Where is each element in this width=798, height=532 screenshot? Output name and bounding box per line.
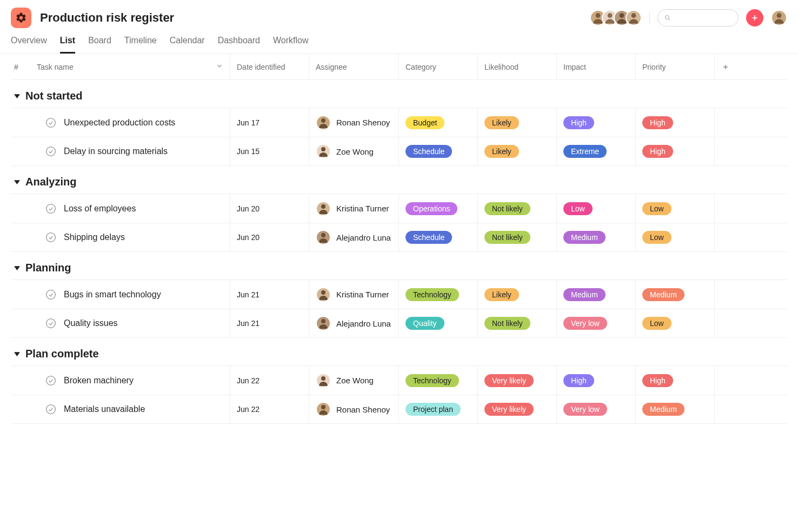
project-icon[interactable] bbox=[11, 8, 31, 28]
priority-cell[interactable]: High bbox=[636, 137, 715, 165]
pill[interactable]: Medium bbox=[642, 403, 684, 416]
pill[interactable]: High bbox=[642, 145, 673, 158]
likelihood-cell[interactable]: Likely bbox=[478, 280, 557, 309]
pill[interactable]: Schedule bbox=[405, 231, 452, 244]
likelihood-cell[interactable]: Very likely bbox=[478, 366, 557, 395]
priority-cell[interactable]: Low bbox=[636, 194, 715, 223]
tab-dashboard[interactable]: Dashboard bbox=[218, 36, 260, 54]
pill[interactable]: Low bbox=[642, 202, 671, 215]
pill[interactable]: Not likely bbox=[484, 231, 530, 244]
pill[interactable]: Very low bbox=[563, 403, 607, 416]
complete-check-icon[interactable] bbox=[45, 375, 56, 386]
pill[interactable]: High bbox=[563, 374, 594, 387]
likelihood-cell[interactable]: Not likely bbox=[478, 309, 557, 337]
category-cell[interactable]: Project plan bbox=[399, 395, 478, 423]
pill[interactable]: Budget bbox=[405, 116, 444, 129]
priority-cell[interactable]: Low bbox=[636, 223, 715, 251]
pill[interactable]: High bbox=[563, 116, 594, 129]
complete-check-icon[interactable] bbox=[45, 232, 56, 243]
category-cell[interactable]: Schedule bbox=[399, 137, 478, 165]
task-row[interactable]: Quality issues Jun 21 Alejandro Luna Qua… bbox=[11, 309, 787, 338]
pill[interactable]: Very low bbox=[563, 317, 607, 330]
impact-cell[interactable]: Medium bbox=[557, 280, 636, 309]
impact-cell[interactable]: Medium bbox=[557, 223, 636, 251]
pill[interactable]: High bbox=[642, 374, 673, 387]
column-task-name[interactable]: Task name bbox=[30, 54, 230, 79]
tab-overview[interactable]: Overview bbox=[11, 36, 47, 54]
pill[interactable]: Extreme bbox=[563, 145, 607, 158]
task-row[interactable]: Bugs in smart technology Jun 21 Kristina… bbox=[11, 280, 787, 309]
pill[interactable]: High bbox=[642, 116, 673, 129]
impact-cell[interactable]: High bbox=[557, 108, 636, 137]
column-category[interactable]: Category bbox=[399, 54, 478, 79]
impact-cell[interactable]: Extreme bbox=[557, 137, 636, 165]
likelihood-cell[interactable]: Not likely bbox=[478, 223, 557, 251]
impact-cell[interactable]: Low bbox=[557, 194, 636, 223]
column-date-identified[interactable]: Date identified bbox=[230, 54, 309, 79]
column-likelihood[interactable]: Likelihood bbox=[478, 54, 557, 79]
complete-check-icon[interactable] bbox=[45, 203, 56, 214]
priority-cell[interactable]: Medium bbox=[636, 395, 715, 423]
priority-cell[interactable]: High bbox=[636, 108, 715, 137]
complete-check-icon[interactable] bbox=[45, 404, 56, 415]
search-input[interactable] bbox=[675, 14, 732, 22]
task-row[interactable]: Broken machinery Jun 22 Zoe Wong Technol… bbox=[11, 365, 787, 395]
pill[interactable]: Very likely bbox=[484, 374, 534, 387]
pill[interactable]: Low bbox=[563, 202, 593, 215]
task-row[interactable]: Shipping delays Jun 20 Alejandro Luna Sc… bbox=[11, 223, 787, 252]
add-column-button[interactable] bbox=[715, 54, 736, 79]
section-header[interactable]: Plan complete bbox=[11, 338, 787, 365]
pill[interactable]: Likely bbox=[484, 116, 519, 129]
complete-check-icon[interactable] bbox=[45, 117, 56, 128]
category-cell[interactable]: Technology bbox=[399, 280, 478, 309]
tab-list[interactable]: List bbox=[60, 36, 75, 54]
column-assignee[interactable]: Assignee bbox=[309, 54, 399, 79]
likelihood-cell[interactable]: Likely bbox=[478, 108, 557, 137]
impact-cell[interactable]: Very low bbox=[557, 309, 636, 337]
pill[interactable]: Likely bbox=[484, 145, 519, 158]
section-header[interactable]: Planning bbox=[11, 252, 787, 280]
tab-workflow[interactable]: Workflow bbox=[273, 36, 309, 54]
pill[interactable]: Quality bbox=[405, 317, 444, 330]
category-cell[interactable]: Quality bbox=[399, 309, 478, 337]
likelihood-cell[interactable]: Very likely bbox=[478, 395, 557, 423]
user-avatar[interactable] bbox=[771, 10, 787, 26]
pill[interactable]: Not likely bbox=[484, 317, 530, 330]
pill[interactable]: Project plan bbox=[405, 403, 461, 416]
section-header[interactable]: Not started bbox=[11, 80, 787, 108]
task-row[interactable]: Delay in sourcing materials Jun 15 Zoe W… bbox=[11, 137, 787, 166]
complete-check-icon[interactable] bbox=[45, 146, 56, 157]
complete-check-icon[interactable] bbox=[45, 289, 56, 300]
pill[interactable]: Low bbox=[642, 317, 671, 330]
category-cell[interactable]: Budget bbox=[399, 108, 478, 137]
pill[interactable]: Medium bbox=[642, 288, 684, 301]
impact-cell[interactable]: High bbox=[557, 366, 636, 395]
search-box[interactable] bbox=[657, 9, 739, 26]
pill[interactable]: Schedule bbox=[405, 145, 452, 158]
pill[interactable]: Medium bbox=[563, 231, 606, 244]
pill[interactable]: Likely bbox=[484, 288, 519, 301]
pill[interactable]: Technology bbox=[405, 374, 459, 387]
priority-cell[interactable]: High bbox=[636, 366, 715, 395]
pill[interactable]: Low bbox=[642, 231, 671, 244]
pill[interactable]: Not likely bbox=[484, 202, 530, 215]
tab-calendar[interactable]: Calendar bbox=[170, 36, 205, 54]
likelihood-cell[interactable]: Likely bbox=[478, 137, 557, 165]
category-cell[interactable]: Technology bbox=[399, 366, 478, 395]
pill[interactable]: Medium bbox=[563, 288, 606, 301]
task-row[interactable]: Unexpected production costs Jun 17 Ronan… bbox=[11, 108, 787, 137]
member-avatar-stack[interactable] bbox=[594, 10, 642, 26]
likelihood-cell[interactable]: Not likely bbox=[478, 194, 557, 223]
pill[interactable]: Operations bbox=[405, 202, 457, 215]
section-header[interactable]: Analyzing bbox=[11, 166, 787, 194]
category-cell[interactable]: Operations bbox=[399, 194, 478, 223]
priority-cell[interactable]: Medium bbox=[636, 280, 715, 309]
tab-timeline[interactable]: Timeline bbox=[124, 36, 157, 54]
column-priority[interactable]: Priority bbox=[636, 54, 715, 79]
pill[interactable]: Technology bbox=[405, 288, 459, 301]
tab-board[interactable]: Board bbox=[88, 36, 111, 54]
pill[interactable]: Very likely bbox=[484, 403, 534, 416]
add-button[interactable] bbox=[746, 9, 763, 26]
complete-check-icon[interactable] bbox=[45, 318, 56, 329]
impact-cell[interactable]: Very low bbox=[557, 395, 636, 423]
